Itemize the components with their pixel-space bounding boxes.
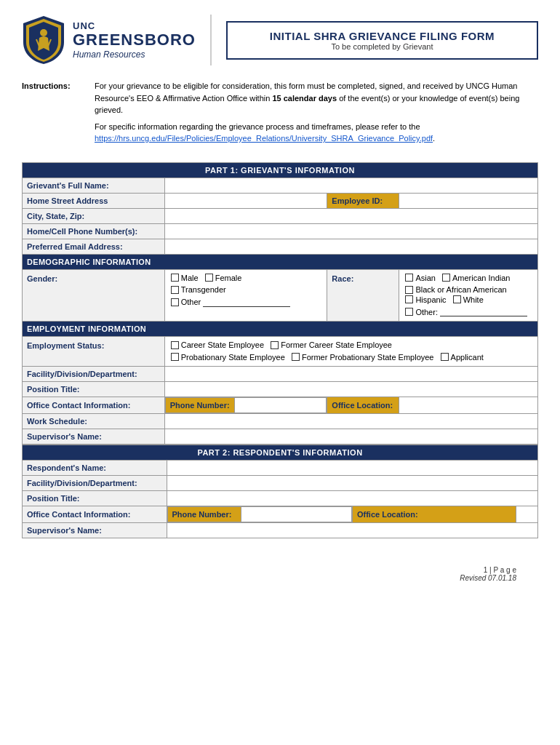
employee-id-label: Employee ID: [327, 193, 399, 208]
full-name-label: Grievant's Full Name: [23, 178, 165, 193]
status-applicant-option[interactable]: Applicant [441, 353, 484, 362]
office-location-value[interactable] [399, 397, 538, 414]
race-hispanic-checkbox[interactable] [405, 295, 413, 303]
work-schedule-label: Work Schedule: [23, 414, 165, 429]
race-other-option[interactable]: Other: [405, 307, 527, 316]
respondent-facility-row: Facility/Division/Department: [23, 476, 538, 491]
gender-female-checkbox[interactable] [205, 274, 213, 282]
phone-number-value[interactable] [234, 398, 327, 413]
logo-text: UNC GREENSBORO Human Resources [73, 20, 196, 59]
status-career-option[interactable]: Career State Employee [171, 340, 264, 349]
race-black-checkbox[interactable] [405, 286, 413, 294]
address-row: Home Street Address Employee ID: [23, 193, 538, 208]
status-applicant-checkbox[interactable] [441, 353, 449, 361]
employment-status-row: Employment Status: Career State Employee… [23, 337, 538, 367]
city-state-zip-label: City, State, Zip: [23, 208, 165, 223]
race-options: Asian American Indian Black or African A… [399, 269, 538, 322]
supervisor-value[interactable] [164, 429, 537, 445]
work-schedule-row: Work Schedule: [23, 414, 538, 429]
form-title: INITIAL SHRA GRIEVANCE FILING FORM [242, 30, 522, 42]
address-value[interactable] [164, 193, 327, 208]
status-probationary-option[interactable]: Probationary State Employee [171, 353, 285, 362]
status-former-career-checkbox[interactable] [271, 341, 279, 349]
gender-other-field[interactable] [203, 298, 290, 307]
email-row: Preferred Email Address: [23, 239, 538, 254]
address-label: Home Street Address [23, 193, 165, 208]
instructions-section: Instructions: For your grievance to be e… [22, 80, 538, 149]
gender-transgender-checkbox[interactable] [171, 286, 179, 294]
respondent-name-value[interactable] [167, 461, 537, 476]
position-label: Position Title: [23, 382, 165, 397]
facility-value[interactable] [164, 367, 537, 382]
gender-other-checkbox[interactable] [171, 298, 179, 306]
respondent-supervisor-value[interactable] [167, 523, 537, 538]
respondent-supervisor-row: Supervisor's Name: [23, 523, 538, 538]
part1-table: PART 1: GRIEVANT'S INFORMATION Grievant'… [22, 162, 538, 445]
city-state-zip-value[interactable] [164, 208, 537, 223]
part1-header: PART 1: GRIEVANT'S INFORMATION [23, 162, 538, 178]
supervisor-label: Supervisor's Name: [23, 429, 165, 445]
status-former-probationary-option[interactable]: Former Probationary State Employee [292, 353, 434, 362]
header-divider [210, 15, 212, 65]
unc-label: UNC [73, 20, 196, 31]
page-number: 1 | P a g e [460, 566, 516, 574]
race-american-indian-option[interactable]: American Indian [442, 274, 511, 282]
employee-id-value[interactable] [399, 193, 538, 208]
email-label: Preferred Email Address: [23, 239, 165, 254]
employment-status-label: Employment Status: [23, 337, 165, 367]
race-white-option[interactable]: White [453, 295, 484, 304]
instructions-paragraph1: For your grievance to be eligible for co… [95, 80, 538, 116]
uncg-shield-icon [22, 15, 65, 65]
full-name-value[interactable] [164, 178, 537, 193]
contact-row: Office Contact Information: Phone Number… [23, 397, 538, 414]
policy-link[interactable]: https://hrs.uncg.edu/Files/Policies/Empl… [95, 134, 433, 143]
city-state-zip-row: City, State, Zip: [23, 208, 538, 223]
form-title-box: INITIAL SHRA GRIEVANCE FILING FORM To be… [226, 21, 538, 60]
race-hispanic-option[interactable]: Hispanic [405, 295, 446, 304]
race-other-checkbox[interactable] [405, 308, 413, 316]
race-black-option[interactable]: Black or African American [405, 285, 506, 294]
position-value[interactable] [164, 382, 537, 397]
employment-header: EMPLOYMENT INFORMATION [23, 322, 538, 337]
office-location-label: Office Location: [327, 397, 399, 414]
gender-other-option[interactable]: Other [171, 298, 291, 307]
demographic-header: DEMOGRAPHIC INFORMATION [23, 254, 538, 269]
gender-transgender-option[interactable]: Transgender [171, 285, 226, 294]
status-probationary-checkbox[interactable] [171, 353, 179, 361]
respondent-phone-label: Phone Number: [167, 507, 241, 522]
gender-female-option[interactable]: Female [205, 274, 242, 282]
respondent-facility-label: Facility/Division/Department: [23, 476, 167, 491]
status-career-checkbox[interactable] [171, 341, 179, 349]
hr-label: Human Resources [73, 49, 196, 60]
race-asian-checkbox[interactable] [405, 274, 413, 282]
respondent-office-value[interactable] [516, 506, 537, 523]
respondent-name-label: Respondent's Name: [23, 461, 167, 476]
status-former-probationary-checkbox[interactable] [292, 353, 300, 361]
greensboro-label: GREENSBORO [73, 31, 196, 49]
page-footer: 1 | P a g e Revised 07.01.18 [460, 566, 516, 582]
phone-value[interactable] [164, 223, 537, 239]
race-white-checkbox[interactable] [453, 295, 461, 303]
instructions-label: Instructions: [22, 80, 87, 149]
phone-label: Home/Cell Phone Number(s): [23, 223, 165, 239]
page-header: UNC GREENSBORO Human Resources INITIAL S… [22, 15, 538, 65]
respondent-contact-label: Office Contact Information: [23, 506, 167, 523]
gender-male-option[interactable]: Male [171, 274, 199, 282]
work-schedule-value[interactable] [164, 414, 537, 429]
race-american-indian-checkbox[interactable] [442, 274, 450, 282]
respondent-position-value[interactable] [167, 491, 537, 506]
race-asian-option[interactable]: Asian [405, 274, 436, 282]
email-value[interactable] [164, 239, 537, 254]
logo-area: UNC GREENSBORO Human Resources [22, 15, 196, 65]
respondent-position-row: Position Title: [23, 491, 538, 506]
status-former-career-option[interactable]: Former Career State Employee [271, 340, 392, 349]
form-subtitle: To be completed by Grievant [242, 42, 522, 51]
respondent-facility-value[interactable] [167, 476, 537, 491]
race-label: Race: [327, 269, 399, 322]
gender-male-checkbox[interactable] [171, 274, 179, 282]
supervisor-row: Supervisor's Name: [23, 429, 538, 445]
demographic-row: Gender: Male Female Transgender Other Ra… [23, 269, 538, 322]
instructions-content: For your grievance to be eligible for co… [95, 80, 538, 149]
respondent-phone-value[interactable] [241, 507, 351, 522]
race-other-field[interactable] [440, 307, 527, 316]
